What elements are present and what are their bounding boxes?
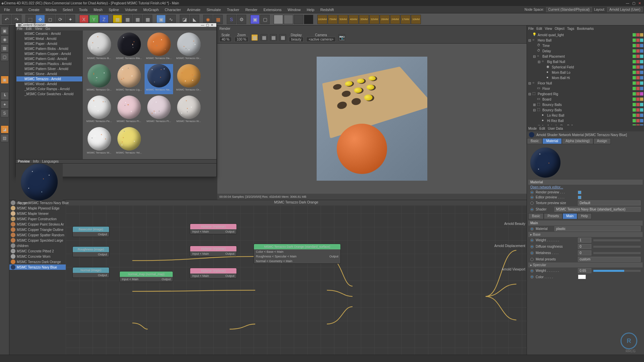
metalness-value[interactable]: 0 — [578, 250, 591, 255]
object-row[interactable]: ⊞⬚Bouncy Balls — [528, 102, 643, 107]
menu-mograph[interactable]: MoGraph — [141, 7, 161, 12]
snap-button[interactable]: S — [1, 109, 9, 117]
browser-tree-item[interactable]: MSMC Metal - Arnold — [16, 36, 82, 41]
menu-edit[interactable]: Edit — [13, 7, 25, 12]
color-swatch[interactable] — [578, 275, 586, 279]
material-thumb[interactable]: MSMC Terrazzo W... — [174, 96, 203, 126]
object-row[interactable]: ⊟○Hero Ball — [528, 38, 643, 43]
material-type-radio[interactable] — [530, 227, 534, 231]
browser-menu-file[interactable]: File — [17, 27, 22, 31]
menu-character[interactable]: Character — [162, 7, 183, 12]
tweak-mode[interactable]: ✦ — [1, 101, 9, 109]
workplane-mode[interactable]: ▦ — [1, 44, 9, 52]
menu-file[interactable]: File — [1, 7, 13, 12]
material-thumb[interactable]: MSMC Terrazzo B... — [85, 33, 113, 63]
gear-button[interactable]: ⚙ — [237, 15, 246, 24]
object-row[interactable]: ●Lo Rez Ball — [528, 113, 643, 118]
attr-tab-material[interactable]: Material — [542, 138, 562, 144]
browser-menu-view[interactable]: View — [35, 27, 42, 31]
obj-menu-view[interactable]: View — [545, 27, 552, 31]
camera-value[interactable]: <active camera> — [306, 37, 336, 42]
material-thumb[interactable]: MSMC Terrazzo Lig... — [115, 64, 143, 94]
node-normal[interactable]: Normal (image)Output — [72, 267, 109, 278]
material-list-item[interactable]: MSMC Maple Veneer — [9, 211, 66, 216]
menu-help[interactable]: Help — [304, 7, 317, 12]
material-thumb[interactable]: MSMC Terrazzo Yel... — [115, 127, 143, 157]
menu-redshift[interactable]: Redshift — [318, 7, 336, 12]
lens-10MM[interactable]: 10MM — [411, 15, 421, 24]
menu-spline[interactable]: Spline — [106, 7, 122, 12]
menu-animate[interactable]: Animate — [184, 7, 203, 12]
attr-tab-alphastacking[interactable]: Alpha (stacking) — [562, 138, 593, 144]
weight-slider[interactable] — [593, 239, 641, 241]
object-row[interactable]: ⊟○Ball Placement — [528, 54, 643, 59]
editor-preview-radio[interactable] — [530, 196, 534, 199]
attr-tab-basic[interactable]: Basic — [527, 138, 542, 144]
preview-tab-preview[interactable]: Preview — [18, 160, 30, 163]
lens-24MM[interactable]: 24MM — [390, 15, 400, 24]
weight-radio[interactable] — [530, 239, 534, 242]
browser-tree-item[interactable]: MSMC Pattern Gold - Arnold — [16, 56, 82, 61]
browser-tree-item[interactable]: MSMC Ceramic - Arnold — [16, 31, 82, 36]
object-row[interactable]: ⊟○Floor Null — [528, 80, 643, 86]
diffuse-roughness-radio[interactable] — [530, 245, 534, 248]
undo-button[interactable]: ↶ — [2, 15, 11, 24]
material-thumb[interactable]: MSMC Terrazzo Pe... — [85, 96, 113, 126]
scale-value[interactable]: 40 % — [219, 37, 232, 42]
grad2[interactable] — [284, 15, 293, 24]
spec-weight-radio[interactable] — [530, 269, 534, 273]
object-row[interactable]: ▭Floor — [528, 86, 643, 91]
object-row[interactable]: 💡Arnold quad_light — [528, 32, 643, 38]
shader-value[interactable]: MSMC Terrazzo Navy Blue (standard_surfac… — [554, 207, 641, 212]
lens-100MM[interactable]: 100MM — [317, 15, 327, 24]
grad4[interactable] — [304, 15, 313, 24]
browser-close[interactable]: ✕ — [210, 23, 214, 27]
preset-button[interactable]: ▢ — [260, 15, 270, 24]
menu-create[interactable]: Create — [26, 7, 42, 12]
render-mode-3[interactable]: ▦ — [270, 34, 277, 41]
object-row[interactable]: ⏱Delay — [528, 48, 643, 54]
lens-40MM[interactable]: 40MM — [348, 15, 359, 24]
material-thumb[interactable]: MSMC Terrazzo Na... — [145, 64, 173, 94]
render-viewport[interactable] — [217, 44, 527, 194]
menu-select[interactable]: Select — [60, 7, 76, 12]
shader-radio[interactable] — [530, 208, 534, 211]
axis-mode[interactable]: ┗ — [1, 92, 9, 100]
subtab-basic[interactable]: Basic — [528, 213, 544, 219]
browser-tree-item[interactable]: MSMC Pattern Silver - Arnold — [16, 66, 82, 71]
attr-tab-assign[interactable]: Assign — [593, 138, 611, 144]
object-tree[interactable]: 💡Arnold quad_light⊟○Hero Ball⏱Time⏱Delay… — [527, 32, 644, 125]
metalness-slider[interactable] — [593, 252, 641, 254]
object-row[interactable]: ◉Spherical Field — [528, 64, 643, 70]
subtab-main[interactable]: Main — [562, 213, 577, 219]
obj-menu-tags[interactable]: Tags — [567, 27, 574, 31]
browser-tree-item[interactable]: MSMC Terrazzo - Arnold — [16, 76, 82, 81]
object-row[interactable]: ⊟○Big Ball Null — [528, 59, 643, 64]
object-mode[interactable]: ▢ — [1, 53, 9, 61]
material-cube-button[interactable]: ▣ — [250, 15, 260, 24]
attr-menu-mode[interactable]: Mode — [528, 127, 537, 130]
grad3[interactable] — [294, 15, 303, 24]
spec-weight-value[interactable]: 0.65 — [578, 268, 591, 273]
node-editor[interactable]: MSMC Terrazzo Dark Orange Basecolor (ima… — [66, 200, 527, 362]
snapshot-button[interactable]: 📷 — [338, 34, 345, 41]
browser-tree-item[interactable]: MSMC Pattern Plastics - Arnold — [16, 61, 82, 66]
lens-35MM[interactable]: 35MM — [359, 15, 369, 24]
object-row[interactable]: ●Mom Ball Lo — [528, 70, 643, 75]
minimize-button[interactable]: — — [625, 1, 631, 5]
material-list-item[interactable]: MSMC Maple Plywood Edge — [9, 205, 66, 211]
obj-menu-object[interactable]: Object — [555, 27, 565, 31]
material-type-value[interactable]: plastic — [554, 226, 641, 231]
open-network-editor-link[interactable]: Open network editor... — [530, 185, 563, 189]
lens-28MM[interactable]: 28MM — [380, 15, 390, 24]
material-thumb[interactable]: MSMC Terrazzo Da... — [145, 33, 173, 63]
object-row[interactable]: ⊟⬚Pegboard Rig — [528, 91, 643, 97]
color-radio[interactable] — [530, 275, 534, 279]
lens-32MM[interactable]: 32MM — [369, 15, 379, 24]
material-list-item[interactable]: MSMC Copper Paint Strokes Ar — [9, 222, 66, 227]
lens-17MM[interactable]: 17MM — [400, 15, 411, 24]
browser-tree-item[interactable]: _MSMC Color Swatches - Arnold — [16, 92, 82, 97]
browser-tree[interactable]: MSMC Ceramic - ArnoldMSMC Metal - Arnold… — [16, 31, 83, 159]
browser-tree-item[interactable]: _MSMC Color Ramps - Arnold — [16, 86, 82, 92]
object-row[interactable]: ●Hi Rez Ball — [528, 118, 643, 123]
